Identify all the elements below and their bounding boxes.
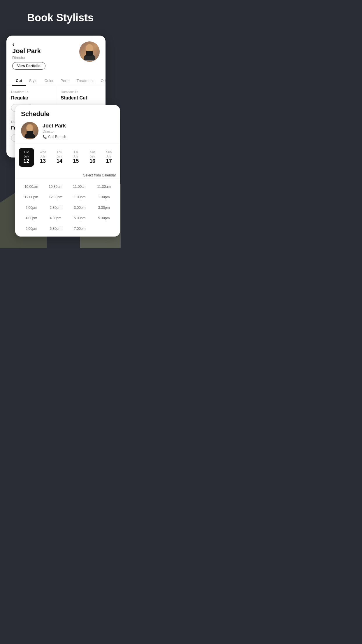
tab-style[interactable]: Style (26, 76, 41, 86)
time-1000am[interactable]: 10.00am (20, 183, 43, 190)
time-1200pm[interactable]: 12.00pm (20, 193, 43, 201)
svg-point-2 (86, 44, 93, 52)
schedule-stylist-title: Director (43, 130, 66, 134)
service-duration-regular: Duration: 1h (11, 90, 51, 94)
avatar (79, 41, 100, 62)
time-1100am[interactable]: 11.00am (68, 183, 91, 190)
time-1230pm[interactable]: 12.30pm (44, 193, 67, 201)
date-tue-12[interactable]: Tue July 12 (19, 148, 34, 167)
date-wed-13[interactable]: Wed July 13 (35, 148, 51, 167)
schedule-header: Schedule Joel Park Director 📞 Call (15, 105, 120, 144)
date-picker: Tue July 12 Wed July 13 Thu July 14 Fri … (15, 144, 120, 171)
tab-others[interactable]: Others (97, 76, 106, 86)
date-sun-17[interactable]: Sun July 17 (101, 148, 117, 167)
time-300pm[interactable]: 3.00pm (68, 204, 91, 211)
schedule-call[interactable]: 📞 Call Branch (43, 135, 66, 139)
svg-rect-3 (86, 51, 93, 56)
call-label: Call Branch (48, 135, 66, 139)
phone-icon: 📞 (43, 135, 47, 139)
time-1130am[interactable]: 11.30am (92, 183, 115, 190)
schedule-stylist-info: Joel Park Director 📞 Call Branch (43, 123, 66, 139)
calendar-link[interactable]: Select from Calendar (15, 171, 120, 178)
time-grid: 10.00am 10.30am 11.00am 11.30am 12.00pm … (20, 183, 115, 232)
tab-color[interactable]: Color (41, 76, 57, 86)
time-630pm[interactable]: 6.30pm (44, 225, 67, 232)
time-130pm[interactable]: 1.30pm (92, 193, 115, 201)
tabs-row: Cut Style Color Perm Treatment Others (6, 76, 106, 86)
time-200pm[interactable]: 2.00pm (20, 204, 43, 211)
time-530pm[interactable]: 5.30pm (92, 214, 115, 222)
schedule-avatar (21, 122, 38, 139)
service-duration-student: Duration: 1h (61, 90, 101, 94)
tab-treatment[interactable]: Treatment (73, 76, 97, 86)
time-600pm[interactable]: 6.00pm (20, 225, 43, 232)
time-700pm[interactable]: 7.00pm (68, 225, 91, 232)
view-portfolio-button[interactable]: View Portfolio (12, 62, 45, 70)
service-name-regular: Regular (11, 95, 51, 101)
time-430pm[interactable]: 4.30pm (44, 214, 67, 222)
date-sat-16[interactable]: Sat July 16 (85, 148, 100, 167)
time-330pm[interactable]: 3.30pm (92, 204, 115, 211)
time-500pm[interactable]: 5.00pm (68, 214, 91, 222)
time-230pm[interactable]: 2.30pm (44, 204, 67, 211)
schedule-title: Schedule (21, 110, 114, 118)
svg-rect-7 (27, 131, 33, 135)
time-1030am[interactable]: 10.30am (44, 183, 67, 190)
time-100pm[interactable]: 1.00pm (68, 193, 91, 201)
avatar-image (79, 41, 100, 62)
service-name-student: Student Cut (61, 95, 101, 101)
cards-container: ‹ Joel Park Director View Portfolio Cut (0, 30, 121, 248)
date-thu-14[interactable]: Thu July 14 (52, 148, 67, 167)
schedule-stylist: Joel Park Director 📞 Call Branch (21, 122, 114, 139)
date-row: Tue July 12 Wed July 13 Thu July 14 Fri … (19, 148, 117, 167)
date-fri-15[interactable]: Fri July 15 (68, 148, 84, 167)
tab-cut[interactable]: Cut (12, 76, 26, 86)
svg-point-5 (27, 125, 33, 131)
time-400pm[interactable]: 4.00pm (20, 214, 43, 222)
schedule-stylist-name: Joel Park (43, 123, 66, 129)
page-title: Book Stylists (0, 0, 121, 30)
back-button[interactable]: ‹ (12, 41, 14, 48)
time-slots: 10.00am 10.30am 11.00am 11.30am 12.00pm … (15, 179, 120, 237)
tab-perm[interactable]: Perm (57, 76, 73, 86)
schedule-card: Schedule Joel Park Director 📞 Call (15, 105, 120, 237)
time-empty (92, 225, 115, 232)
